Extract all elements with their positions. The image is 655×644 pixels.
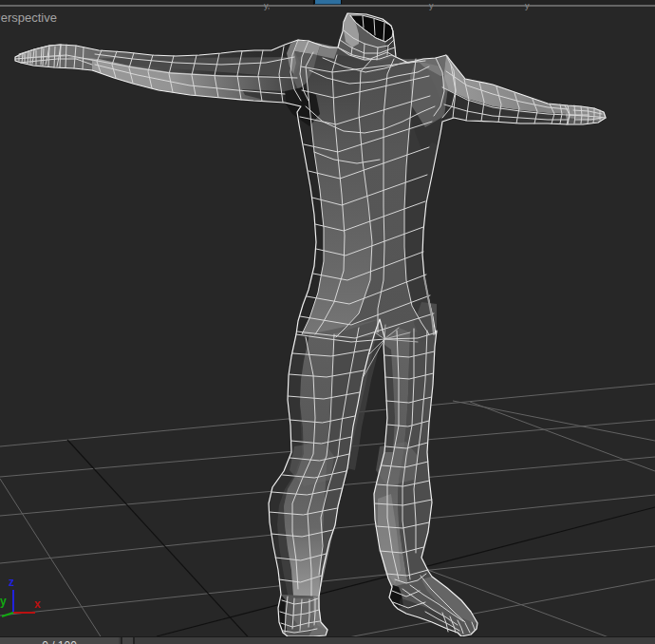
svg-text:y: y xyxy=(0,595,7,608)
svg-text:z: z xyxy=(9,576,14,589)
svg-text:x: x xyxy=(34,597,41,611)
